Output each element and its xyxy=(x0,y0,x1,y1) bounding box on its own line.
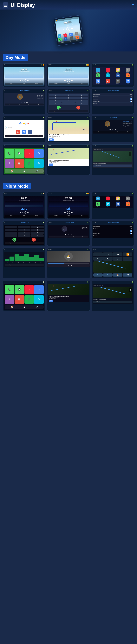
nav-btn-1[interactable]: 🔍+ xyxy=(94,274,103,276)
fb-quick-link[interactable]: f xyxy=(28,130,32,134)
yt-quick-link[interactable]: ▶ xyxy=(16,130,20,134)
night-app-photos[interactable]: 🌸 Photos xyxy=(113,196,122,202)
google-search-bar[interactable]: 🔍 Search... xyxy=(5,126,43,129)
nav-ctrl-8[interactable]: ↓ xyxy=(123,257,132,260)
call-reject[interactable]: ✕ xyxy=(76,106,80,110)
app-item-telegram[interactable]: ✈ Telegram xyxy=(94,68,103,73)
social-prev[interactable]: ⏮ xyxy=(109,129,111,130)
app-item-waze[interactable]: 🗺 Waze xyxy=(103,74,112,78)
media-play[interactable]: ▶ xyxy=(68,264,69,266)
ms-prev[interactable]: ⏮ xyxy=(21,102,22,103)
np-prev-2[interactable]: ⏮ xyxy=(64,212,66,214)
nav-icon[interactable]: ≡ xyxy=(132,3,134,8)
np-prev-1[interactable]: ⏮ xyxy=(20,212,22,214)
night-key-star[interactable]: * xyxy=(4,234,17,237)
night-ios-music[interactable]: ♪ xyxy=(24,285,34,294)
night-go-btn[interactable]: GO xyxy=(49,300,54,302)
night-key-4[interactable]: 4 xyxy=(4,229,17,231)
nav-ctrl-2[interactable]: ↗ xyxy=(103,252,112,256)
night-ios-spotify[interactable]: 🎵 xyxy=(24,295,34,304)
call-accept[interactable]: 📞 xyxy=(57,106,61,110)
night-app-radio[interactable]: 📻 Radio xyxy=(123,202,132,207)
ios-dock-back[interactable]: ◀ xyxy=(23,170,25,172)
night-key-2[interactable]: 2 xyxy=(18,226,30,228)
night-ms-prev[interactable]: ⏮ xyxy=(65,234,66,235)
app-item-weather[interactable]: 🌤 Weather xyxy=(94,79,103,84)
maps-quick-link[interactable]: 🗺 xyxy=(22,130,26,134)
nav-ctrl-7[interactable]: ↙ xyxy=(113,257,122,260)
night-app-phone[interactable]: 📞 Phone xyxy=(94,202,103,207)
nav-ctrl-3[interactable]: ↪ xyxy=(113,252,122,256)
key-2[interactable]: 2 xyxy=(62,94,75,96)
play-button[interactable]: ⏸ xyxy=(66,27,70,31)
night-ios-maps[interactable]: 🗺 xyxy=(34,285,44,294)
ps-next[interactable]: ⏭ xyxy=(27,80,29,82)
key-5[interactable]: 5 xyxy=(62,97,75,99)
app-camera[interactable]: 📷 xyxy=(70,36,74,40)
ps-prev-2[interactable]: ⏮ xyxy=(64,80,66,82)
key-7[interactable]: 7 xyxy=(49,100,62,102)
app-item-radio[interactable]: 📻 Radio xyxy=(123,74,132,78)
night-ios-podcast[interactable]: 🎙 xyxy=(4,295,14,304)
ps-play[interactable]: ⏸ xyxy=(22,79,26,82)
key-9[interactable]: 9 xyxy=(75,100,88,102)
night-call-reject[interactable]: ✕ xyxy=(32,238,36,242)
ios-spotify[interactable]: 🎵 xyxy=(24,159,34,168)
app-music[interactable]: ♪ xyxy=(63,33,67,37)
night-key-1[interactable]: 1 xyxy=(4,226,17,228)
social-next[interactable]: ⏭ xyxy=(115,129,116,130)
track-2[interactable]: 华夫_02.FLAC.mp3 xyxy=(122,123,132,125)
key-6[interactable]: 6 xyxy=(75,97,88,99)
app-item-maps[interactable]: 🗺 Maps xyxy=(123,79,132,84)
app-item-yt[interactable]: ▶ YouTube xyxy=(103,79,112,84)
app-phone[interactable]: 📞 xyxy=(58,38,62,42)
ios-news[interactable]: 📰 xyxy=(14,159,24,168)
key-0[interactable]: 0 xyxy=(62,102,75,105)
ios-waze[interactable]: 🗺 xyxy=(34,159,44,168)
app-telegram[interactable]: ✈ xyxy=(58,34,61,38)
night-call-accept[interactable]: 📞 xyxy=(12,238,16,242)
prev-button[interactable]: ⏮ xyxy=(63,28,66,31)
app-item-photos[interactable]: 🌸 Photos xyxy=(113,68,122,73)
key-star[interactable]: * xyxy=(49,102,62,105)
social-play[interactable]: ⏸ xyxy=(112,129,114,130)
menu-button[interactable] xyxy=(3,2,8,8)
nav-ctrl-1[interactable]: ↑ xyxy=(94,252,103,256)
nav-btn-4[interactable]: 🗺 xyxy=(123,274,132,276)
night-app-bt[interactable]: BT Bluetooth xyxy=(113,202,122,207)
night-key-7[interactable]: 7 xyxy=(4,232,17,234)
nav-btn-2[interactable]: 🔍- xyxy=(103,274,112,276)
night-key-9[interactable]: 9 xyxy=(31,232,44,234)
ios-messages[interactable]: 💬 xyxy=(14,149,24,158)
app-item-camera[interactable]: 📷 Camera xyxy=(113,79,122,84)
night-ios-waze[interactable]: 🗺 xyxy=(34,295,44,304)
ios-podcast[interactable]: 🎙 xyxy=(4,159,14,168)
night-auto-answer-toggle[interactable] xyxy=(130,230,132,232)
ms-next[interactable]: ⏭ xyxy=(26,102,28,103)
app-item-music[interactable]: ♪ Music xyxy=(103,68,112,73)
np-play-2[interactable]: ⏸ xyxy=(67,211,70,214)
key-3[interactable]: 3 xyxy=(75,94,88,96)
ms-play[interactable]: ⏸ xyxy=(24,102,25,103)
ios-phone[interactable]: 📞 xyxy=(4,149,14,158)
night-ios-home[interactable]: 🏠 xyxy=(10,306,13,308)
nav-ctrl-6[interactable]: ↖ xyxy=(103,257,112,260)
app-item-phone[interactable]: 📞 Phone xyxy=(94,74,103,78)
np-play-1[interactable]: ⏸ xyxy=(22,211,26,214)
night-key-0[interactable]: 0 xyxy=(18,234,30,237)
app-item-bt[interactable]: BT Bluetooth xyxy=(113,74,122,78)
night-key-5[interactable]: 5 xyxy=(18,229,30,231)
go-button[interactable]: GO xyxy=(49,138,54,141)
night-key-hash[interactable]: # xyxy=(31,234,44,237)
media-prev[interactable]: ⏮ xyxy=(64,264,66,266)
night-key-3[interactable]: 3 xyxy=(31,226,44,228)
night-ios-siri[interactable]: 🎤 xyxy=(35,306,38,308)
auto-connect-toggle[interactable] xyxy=(130,101,132,102)
night-app-music[interactable]: ♪ Music xyxy=(103,196,112,202)
track-1[interactable]: 华夫_01.FLAC.mp3 xyxy=(122,120,132,123)
key-4[interactable]: 4 xyxy=(49,97,62,99)
media-next[interactable]: ⏭ xyxy=(71,264,72,266)
ios-dock-siri[interactable]: 🎤 xyxy=(35,170,38,172)
app-item-settings2[interactable]: ⚙ Settings xyxy=(123,68,132,73)
night-ios-messages[interactable]: 💬 xyxy=(14,285,24,294)
